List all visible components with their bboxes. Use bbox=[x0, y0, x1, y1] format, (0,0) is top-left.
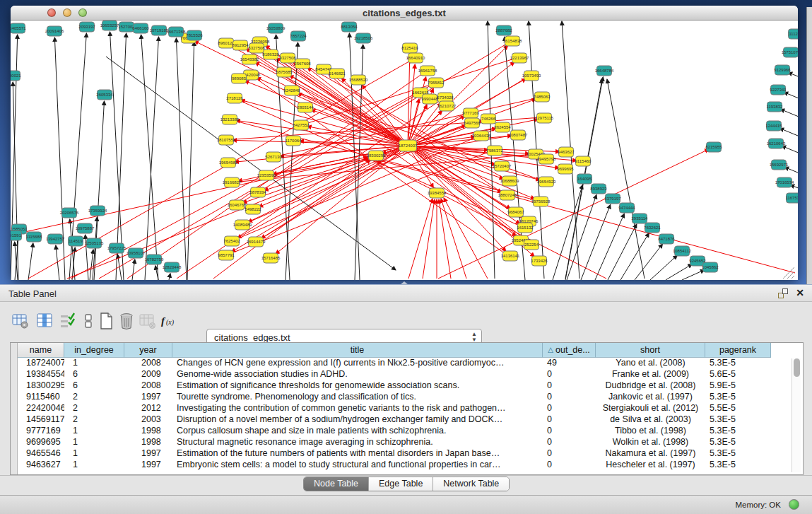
network-node[interactable]: 16543382 bbox=[240, 54, 259, 64]
network-node[interactable]: 5327508 bbox=[248, 43, 265, 53]
network-edge[interactable] bbox=[607, 79, 645, 279]
table-row[interactable]: 1456911722003Disruption of a novel membe… bbox=[18, 414, 771, 426]
network-node[interactable]: 2935114 bbox=[632, 214, 649, 223]
network-node[interactable]: 18807249 bbox=[498, 190, 517, 200]
network-node[interactable]: 5267130 bbox=[265, 152, 282, 162]
table-row[interactable]: 969969511998Structural magnetic resonanc… bbox=[18, 437, 771, 448]
network-node[interactable]: 16154838 bbox=[503, 36, 522, 46]
resize-grip-icon[interactable] bbox=[783, 267, 794, 279]
network-node[interactable]: 19654982 bbox=[219, 158, 238, 168]
network-edge[interactable] bbox=[187, 42, 194, 280]
network-edge[interactable] bbox=[28, 243, 33, 280]
network-node[interactable]: 12353593 bbox=[257, 170, 276, 180]
network-node[interactable]: 111245 bbox=[789, 29, 799, 39]
column-header-indegree[interactable]: in_degree bbox=[64, 343, 124, 358]
network-node[interactable]: 12213967 bbox=[510, 53, 529, 63]
network-node[interactable]: 19218506 bbox=[354, 33, 373, 43]
network-node[interactable]: 2605334 bbox=[96, 90, 113, 100]
network-node[interactable]: 9115460 bbox=[575, 156, 592, 166]
network-node[interactable]: 114519 bbox=[69, 236, 83, 246]
network-node[interactable]: 16914479 bbox=[247, 237, 266, 247]
network-edge[interactable] bbox=[232, 146, 408, 252]
column-header-year[interactable]: year bbox=[124, 343, 172, 358]
network-node[interactable]: 17016534 bbox=[775, 177, 794, 187]
network-edge[interactable] bbox=[780, 109, 798, 117]
column-header-pagerank[interactable]: pagerank bbox=[705, 343, 771, 358]
new-table-icon[interactable] bbox=[97, 312, 115, 330]
network-node[interactable]: 19495798 bbox=[537, 154, 556, 164]
network-node[interactable]: 2530021 bbox=[11, 71, 21, 81]
network-node[interactable]: 10958107 bbox=[126, 248, 146, 258]
network-node[interactable]: 20364436 bbox=[472, 131, 491, 141]
network-edge[interactable] bbox=[145, 37, 159, 280]
memory-ok-indicator[interactable] bbox=[789, 499, 799, 510]
network-edge[interactable] bbox=[620, 233, 649, 280]
network-graph[interactable]: 7663822896012889129541322605853275088186… bbox=[11, 21, 798, 280]
table-row[interactable]: 977716911998Corpus callosum shape and si… bbox=[18, 426, 771, 437]
tab-network-table[interactable]: Network Table bbox=[433, 477, 509, 491]
network-edge[interactable] bbox=[349, 33, 360, 280]
network-node[interactable]: 18300295 bbox=[367, 151, 386, 160]
network-edge[interactable] bbox=[177, 99, 442, 279]
network-node[interactable]: 252254 bbox=[524, 240, 539, 250]
table-row[interactable]: 2242004622012Investigating the contribut… bbox=[18, 403, 771, 414]
select-all-icon[interactable] bbox=[58, 312, 76, 330]
network-node[interactable]: 164095 bbox=[577, 174, 592, 184]
tab-edge-table[interactable]: Edge Table bbox=[369, 477, 433, 491]
network-node[interactable]: 746266 bbox=[481, 114, 496, 124]
network-node[interactable]: 7857224 bbox=[290, 31, 307, 41]
network-node[interactable]: 1045862 bbox=[702, 262, 719, 272]
network-node[interactable]: 10688609 bbox=[500, 176, 519, 186]
network-edge[interactable] bbox=[782, 146, 798, 153]
network-node[interactable]: 18724007 bbox=[399, 140, 418, 151]
network-node[interactable]: 2093197 bbox=[78, 22, 95, 32]
network-node[interactable]: 9699695 bbox=[557, 164, 574, 174]
column-header-outde[interactable]: △out_de... bbox=[543, 343, 596, 358]
network-node[interactable]: 14136141 bbox=[501, 251, 520, 261]
network-node[interactable]: 5405571 bbox=[11, 23, 26, 33]
network-edge[interactable] bbox=[595, 214, 624, 280]
network-node[interactable]: 7815526 bbox=[186, 30, 203, 40]
network-node[interactable]: 9227341 bbox=[770, 85, 787, 95]
network-node[interactable]: 9129966 bbox=[774, 65, 791, 75]
network-node[interactable]: 989085 bbox=[232, 74, 247, 83]
network-node[interactable]: 1115688 bbox=[26, 232, 42, 242]
network-node[interactable]: 5878334 bbox=[249, 187, 266, 197]
close-icon[interactable]: ✕ bbox=[796, 287, 804, 298]
table-row[interactable]: 946362711997Embryonic stem cells: a mode… bbox=[18, 460, 771, 471]
tab-node-table[interactable]: Node Table bbox=[304, 477, 369, 491]
network-node[interactable]: 12505135 bbox=[85, 238, 104, 248]
table-scrollbar[interactable] bbox=[792, 358, 801, 472]
network-node[interactable]: 15720407 bbox=[493, 161, 512, 171]
network-edge[interactable] bbox=[784, 167, 798, 175]
table-row[interactable]: 1938455462009Genome-wide association stu… bbox=[18, 369, 771, 380]
network-edge[interactable] bbox=[567, 195, 596, 281]
column-header-title[interactable]: title bbox=[172, 343, 543, 358]
network-node[interactable]: 9463627 bbox=[558, 147, 575, 157]
network-node[interactable]: 7632621 bbox=[644, 223, 661, 233]
network-node[interactable]: 13942757 bbox=[46, 234, 65, 244]
network-edge[interactable] bbox=[784, 92, 798, 100]
network-edge[interactable] bbox=[169, 274, 170, 280]
network-node[interactable]: 15751074 bbox=[782, 47, 798, 57]
network-node[interactable]: 8912954 bbox=[232, 40, 249, 50]
network-node[interactable]: 8186328 bbox=[262, 49, 279, 59]
network-node[interactable]: 17359924 bbox=[88, 206, 107, 216]
network-node[interactable]: 2718126 bbox=[226, 93, 243, 103]
network-node[interactable]: 10973493 bbox=[522, 71, 541, 81]
network-node[interactable]: 2567608 bbox=[294, 59, 311, 69]
network-node[interactable]: 2803144 bbox=[297, 103, 314, 112]
network-node[interactable]: 14089489 bbox=[233, 220, 252, 230]
column-header-name[interactable]: name bbox=[18, 343, 64, 358]
network-node[interactable]: 16671368 bbox=[167, 27, 186, 37]
network-node[interactable]: 2887682 bbox=[495, 25, 512, 35]
network-node[interactable]: 1733426 bbox=[531, 256, 548, 266]
network-edge[interactable] bbox=[608, 224, 637, 280]
network-node[interactable]: 19166827 bbox=[223, 177, 242, 187]
unselect-all-icon[interactable] bbox=[79, 312, 98, 330]
network-node[interactable]: 10854112 bbox=[673, 246, 692, 256]
network-edge[interactable] bbox=[779, 128, 798, 136]
table-row[interactable]: 1872400712008Changes of HCN gene express… bbox=[18, 358, 771, 369]
network-node[interactable]: 19384554 bbox=[428, 188, 447, 198]
network-node[interactable]: 16782759 bbox=[145, 255, 164, 264]
